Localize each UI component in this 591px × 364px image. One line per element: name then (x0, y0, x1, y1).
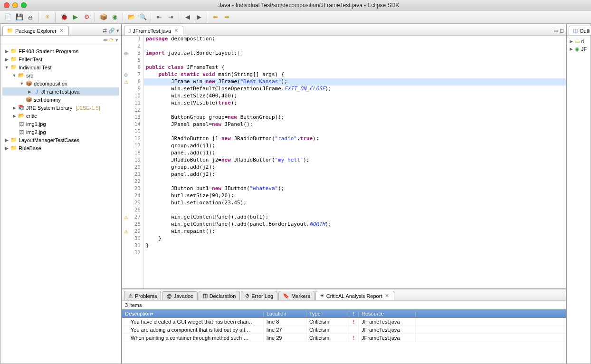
new-icon[interactable]: 📄 (3, 12, 12, 22)
editor-tab[interactable]: J JFrameTest.java ✕ (124, 26, 183, 35)
prev-icon[interactable]: ◀ (182, 12, 192, 22)
bottom-tab-javadoc[interactable]: @Javadoc (162, 291, 197, 300)
sync-icon[interactable]: ⟳ (109, 37, 114, 43)
print-icon[interactable]: 🖨 (26, 12, 35, 22)
tab-icon: ⚠ (128, 293, 133, 299)
search-icon[interactable]: 🔍 (138, 12, 147, 22)
debug-icon[interactable]: ☀ (42, 12, 52, 22)
project-tree[interactable]: ▶📁EE408-Student-Programs▶📁FailedTest▼📁In… (0, 45, 121, 364)
analysis-table[interactable]: DescriptionLocationType!Resource You hav… (122, 309, 566, 364)
tree-item[interactable]: 🖼img2.jpg (2, 128, 119, 136)
collapse-icon[interactable]: ⇄ (103, 28, 107, 34)
link-icon[interactable]: 🔗 (108, 28, 115, 34)
menu-icon[interactable]: ▾ (116, 28, 119, 34)
code-editor[interactable]: ⊕⊖⚠⚠⚠ 1235678910111213141516171819202122… (122, 36, 566, 288)
tree-item[interactable]: ▶📁EE408-Student-Programs (2, 47, 119, 55)
package-icon[interactable]: 📦 (98, 12, 108, 22)
next-icon[interactable]: ▶ (194, 12, 203, 22)
maximize-icon[interactable]: ◻ (560, 28, 564, 34)
back-icon[interactable]: ⬅ (210, 12, 220, 22)
column-header[interactable]: ! (349, 309, 359, 317)
java-file-icon: J (128, 28, 131, 34)
close-icon[interactable]: ✕ (58, 28, 65, 34)
bottom-tab-error-log[interactable]: ⊘Error Log (241, 291, 277, 300)
view-menu-icon[interactable]: ▾ (115, 37, 118, 43)
tree-item[interactable]: ▶📁RuleBase (2, 144, 119, 152)
tab-icon: ☀ (320, 293, 324, 299)
outdent-icon[interactable]: ⇤ (154, 12, 164, 22)
type-icon[interactable]: ◉ (110, 12, 119, 22)
open-icon[interactable]: 📂 (126, 12, 136, 22)
bottom-tab-critical-analysis-report[interactable]: ☀CriticAL Analysis Report✕ (315, 291, 395, 300)
tab-icon: @ (166, 293, 172, 299)
main-toolbar: 📄 💾 🖨 ☀ 🐞 ▶ ⚙ 📦 ◉ 📂 🔍 ⇤ ⇥ ◀ ▶ ⬅ ➡ (0, 10, 591, 24)
zoom-window-button[interactable] (21, 2, 27, 8)
tree-item[interactable]: ▶📁LayoutManagerTestCases (2, 136, 119, 144)
tree-item[interactable]: ▶📚JRE System Library[J2SE-1.5] (2, 104, 119, 112)
package-explorer-tab[interactable]: 📁 Package Explorer ✕ (2, 26, 69, 35)
forward-icon[interactable]: ➡ (222, 12, 231, 22)
minimize-icon[interactable]: ▭ (553, 28, 558, 34)
tree-item[interactable]: ▼📂src (2, 71, 119, 79)
items-count: 3 items (122, 301, 566, 309)
indent-icon[interactable]: ⇥ (166, 12, 175, 22)
column-header[interactable]: Description (122, 309, 264, 317)
table-row[interactable]: You have created a GUI widget that has b… (122, 318, 566, 326)
tree-item[interactable]: ▼📁Individual Test (2, 63, 119, 71)
window-title: Java - Individual Test/src/decomposition… (27, 2, 591, 9)
close-icon[interactable]: ✕ (384, 293, 390, 299)
close-icon[interactable]: ✕ (173, 28, 179, 34)
column-header[interactable]: Type (306, 309, 349, 317)
tab-icon: 🔖 (283, 293, 289, 299)
tree-item[interactable]: ▼📦decomposition (2, 79, 119, 87)
tree-item[interactable]: ▶📁FailedTest (2, 55, 119, 63)
outline-item[interactable]: ▶◉JF (569, 45, 589, 53)
bottom-tab-problems[interactable]: ⚠Problems (124, 291, 161, 300)
tree-item[interactable]: 📦serl.dummy (2, 96, 119, 104)
package-explorer-panel: 📁 Package Explorer ✕ ⇄ 🔗 ▾ ⇐ ⟳ ▾ ▶📁EE408… (0, 24, 122, 364)
table-row[interactable]: When painting a container through method… (122, 334, 566, 342)
external-icon[interactable]: ⚙ (82, 12, 91, 22)
outline-icon: ◫ (573, 28, 578, 34)
run-icon[interactable]: ▶ (70, 12, 80, 22)
outline-panel: ◫ Outli ▶▭d▶◉JF (566, 24, 591, 364)
column-header[interactable]: Resource (359, 309, 416, 317)
table-row[interactable]: You are adding a component that is laid … (122, 326, 566, 334)
close-window-button[interactable] (4, 2, 10, 8)
bottom-tab-declaration[interactable]: ◫Declaration (199, 291, 240, 300)
window-titlebar: Java - Individual Test/src/decomposition… (0, 0, 591, 10)
tab-icon: ⊘ (245, 293, 249, 299)
bottom-panel: ⚠Problems@Javadoc◫Declaration⊘Error Log🔖… (122, 289, 566, 364)
save-icon[interactable]: 💾 (14, 12, 24, 22)
bottom-tab-markers[interactable]: 🔖Markers (278, 291, 315, 300)
outline-item[interactable]: ▶▭d (569, 38, 589, 45)
tab-icon: ◫ (203, 293, 208, 299)
folder-icon: 📁 (7, 28, 13, 34)
tree-item[interactable]: ▶📂critic (2, 112, 119, 120)
outline-tab[interactable]: ◫ Outli (569, 26, 591, 35)
bug-icon[interactable]: 🐞 (59, 12, 68, 22)
tree-item[interactable]: 🖼img1.jpg (2, 120, 119, 128)
back-nav-icon[interactable]: ⇐ (103, 37, 107, 43)
tree-item[interactable]: ▶JJFrameTest.java (2, 87, 119, 96)
column-header[interactable]: Location (264, 309, 306, 317)
minimize-window-button[interactable] (12, 2, 18, 8)
